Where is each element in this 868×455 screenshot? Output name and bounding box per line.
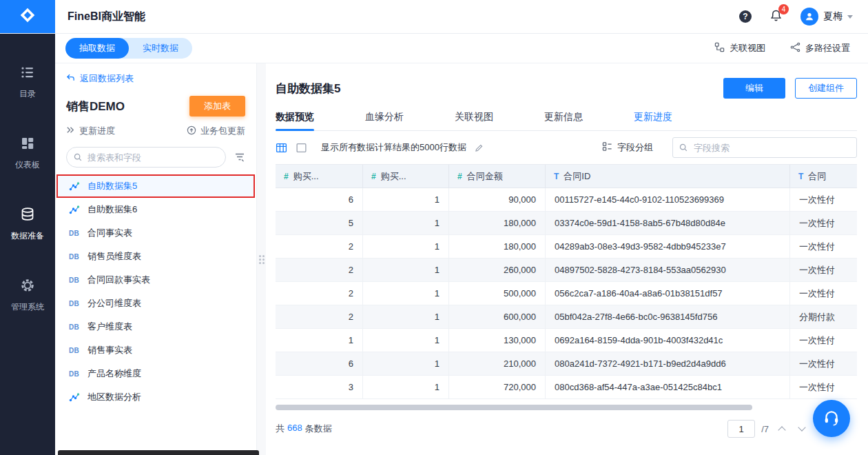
- scrollbar-thumb[interactable]: [276, 405, 752, 410]
- user-name: 夏梅: [823, 10, 843, 23]
- table-cell: 一次性付: [790, 188, 857, 211]
- progress-icon: [66, 125, 75, 136]
- tab-data-preview[interactable]: 数据预览: [276, 103, 314, 130]
- db-table-icon: DB: [69, 323, 81, 331]
- relation-view-link[interactable]: 关联视图: [714, 42, 765, 54]
- mode-actions: 关联视图 多路径设置: [714, 42, 868, 54]
- prev-page-button[interactable]: [775, 421, 789, 437]
- package-item-3[interactable]: DB销售员维度表: [56, 245, 255, 268]
- table-cell: 05bf042a-27f8-4e66-bc0c-9638145fd756: [546, 305, 790, 328]
- nav-item-catalog[interactable]: 目录: [19, 65, 36, 100]
- column-label: 购买...: [293, 170, 319, 183]
- back-arrow-icon: [66, 73, 75, 84]
- table-cell: 056c2ca7-a186-40a4-a8a6-01b38151df57: [546, 282, 790, 305]
- app-logo[interactable]: [0, 0, 55, 33]
- next-page-button[interactable]: [795, 421, 809, 437]
- grid-view-icon[interactable]: [276, 142, 287, 154]
- main-panel: 自助数据集5 编辑 创建组件 数据预览 血缘分析 关联视图 更新信息 更新进度: [266, 63, 868, 455]
- package-item-2[interactable]: DB合同事实表: [56, 221, 255, 245]
- nav-item-dashboard[interactable]: 仪表板: [15, 136, 40, 171]
- text-field-icon: T: [554, 172, 559, 181]
- table-cell: 一次性付: [790, 235, 857, 258]
- horizontal-scrollbar: [276, 405, 857, 410]
- user-menu[interactable]: 夏梅: [800, 8, 853, 26]
- edit-button[interactable]: 编辑: [723, 78, 785, 99]
- back-to-data-list-link[interactable]: 返回数据列表: [66, 72, 245, 85]
- table-cell: 260,000: [449, 259, 546, 281]
- dashboard-icon: [20, 136, 35, 153]
- package-item-1[interactable]: 自助数据集6: [56, 198, 255, 221]
- edit-row-limit-icon[interactable]: [475, 143, 484, 152]
- package-item-label: 地区数据分析: [87, 391, 141, 403]
- card-view-icon[interactable]: [296, 142, 307, 154]
- column-label: 合同ID: [564, 170, 590, 183]
- number-field-icon: #: [284, 172, 289, 181]
- package-item-4[interactable]: DB合同回款事实表: [56, 268, 255, 292]
- package-update-icon: [187, 125, 196, 137]
- update-progress-button[interactable]: 更新进度: [66, 125, 115, 137]
- page-input[interactable]: [727, 420, 755, 438]
- package-item-8[interactable]: DB产品名称维度: [56, 362, 255, 385]
- table-search-input[interactable]: [66, 147, 226, 168]
- field-group-button[interactable]: 字段分组: [602, 141, 653, 154]
- package-item-0[interactable]: 自助数据集5: [56, 174, 255, 198]
- package-item-9[interactable]: 地区数据分析: [56, 385, 255, 409]
- package-item-5[interactable]: DB分公司维度表: [56, 292, 255, 315]
- add-table-button[interactable]: 添加表: [189, 96, 245, 117]
- table-cell: 1: [363, 376, 449, 398]
- table-cell: 130,000: [449, 329, 546, 352]
- column-header-2[interactable]: #合同金额: [449, 165, 546, 188]
- catalog-icon: [20, 65, 35, 82]
- package-item-label: 合同回款事实表: [87, 274, 150, 286]
- notifications-button[interactable]: 4: [769, 9, 783, 25]
- tab-lineage-analysis[interactable]: 血缘分析: [365, 103, 404, 130]
- table-row-0: 6190,00000115727-e145-44c0-9102-11052369…: [276, 188, 857, 212]
- filter-icon[interactable]: [234, 152, 245, 163]
- page-total: /7: [761, 424, 769, 434]
- table-cell: 2: [276, 305, 363, 328]
- table-cell: 一次性付: [790, 212, 857, 234]
- dataset-icon: [69, 392, 81, 403]
- table-cell: 分期付款: [790, 305, 857, 328]
- multipath-settings-link[interactable]: 多路径设置: [790, 42, 850, 54]
- column-header-3[interactable]: T合同ID: [546, 165, 790, 188]
- update-progress-link[interactable]: 更新进度: [634, 103, 672, 130]
- tab-extract-data[interactable]: 抽取数据: [65, 38, 129, 59]
- support-chat-button[interactable]: [813, 400, 850, 437]
- dataset-title: 自助数据集5: [276, 81, 340, 97]
- app-title: FineBI商业智能: [68, 10, 145, 24]
- package-item-label: 客户维度表: [87, 321, 132, 333]
- tab-relation-view[interactable]: 关联视图: [455, 103, 493, 130]
- table-row-3: 21260,00004897502-5828-4273-8184-553aa05…: [276, 259, 857, 282]
- panel-resize-handle[interactable]: [259, 255, 265, 264]
- package-item-label: 自助数据集6: [87, 203, 137, 216]
- table-row-2: 21180,00004289ab3-08e3-49d3-9582-4dbb945…: [276, 235, 857, 259]
- table-cell: 1: [363, 329, 449, 352]
- tab-update-info[interactable]: 更新信息: [544, 103, 583, 130]
- column-header-0[interactable]: #购买...: [276, 165, 363, 188]
- package-update-button[interactable]: 业务包更新: [187, 125, 245, 137]
- database-icon: [20, 207, 35, 224]
- column-header-1[interactable]: #购买...: [363, 165, 449, 188]
- table-cell: 1: [363, 305, 449, 328]
- package-item-label: 销售员维度表: [87, 250, 141, 263]
- multipath-icon: [790, 42, 800, 54]
- headset-icon: [823, 409, 840, 429]
- column-header-4[interactable]: T合同: [790, 165, 857, 188]
- table-cell: 04289ab3-08e3-49d3-9582-4dbb945233e7: [546, 235, 790, 258]
- table-cell: 1: [363, 212, 449, 234]
- db-table-icon: DB: [69, 300, 81, 307]
- table-footer: 共 668 条数据 /7: [276, 418, 857, 439]
- nav-item-data-prep[interactable]: 数据准备: [11, 207, 44, 242]
- field-search-input[interactable]: [672, 137, 857, 158]
- table-cell: 080cd368-af54-447a-a3ae-051425c84bc1: [546, 376, 790, 398]
- package-item-7[interactable]: DB销售事实表: [56, 338, 255, 362]
- package-item-6[interactable]: DB客户维度表: [56, 315, 255, 338]
- topbar: FineBI商业智能 ? 4 夏梅: [0, 0, 868, 33]
- column-label: 合同金额: [467, 170, 503, 183]
- create-component-button[interactable]: 创建组件: [795, 78, 857, 99]
- tab-realtime-data[interactable]: 实时数据: [129, 38, 192, 59]
- db-table-icon: DB: [69, 253, 81, 261]
- help-icon[interactable]: ?: [739, 10, 752, 23]
- nav-item-admin[interactable]: 管理系统: [11, 278, 44, 313]
